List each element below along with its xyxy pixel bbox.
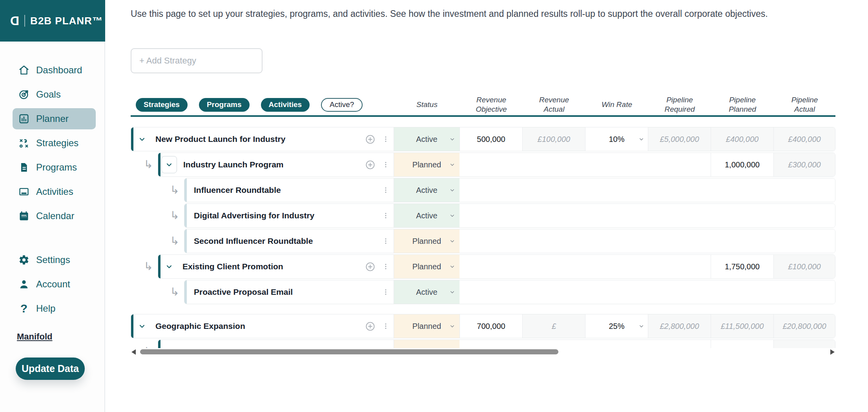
status-select[interactable]: Active bbox=[394, 178, 460, 202]
filter-pill-programs[interactable]: Programs bbox=[199, 98, 250, 112]
add-strategy-input[interactable] bbox=[131, 48, 263, 73]
horizontal-scrollbar[interactable] bbox=[131, 348, 835, 356]
expand-chevron-icon[interactable] bbox=[133, 127, 151, 151]
row-name: Proactive Proposal Email bbox=[187, 280, 382, 304]
row-indent: ↳ bbox=[131, 152, 158, 177]
cell-value: 10% bbox=[609, 135, 624, 144]
add-child-icon[interactable] bbox=[365, 261, 376, 272]
document-icon bbox=[18, 162, 30, 173]
cell-win-rate[interactable]: 25% bbox=[585, 314, 648, 338]
strategy-row: New Product Launch for IndustryActive500… bbox=[131, 127, 835, 151]
cell-value: £20,800,000 bbox=[782, 322, 826, 331]
filter-pill-active-toggle[interactable]: Active? bbox=[321, 98, 363, 112]
kebab-menu-icon[interactable] bbox=[382, 321, 390, 331]
row-actions bbox=[382, 204, 394, 227]
status-select[interactable]: Active bbox=[394, 204, 460, 227]
horizontal-scrollbar-thumb[interactable] bbox=[140, 349, 558, 354]
kebab-menu-icon[interactable] bbox=[382, 134, 390, 144]
cell-value: £2,800,000 bbox=[660, 322, 699, 331]
expand-chevron-icon[interactable] bbox=[133, 314, 151, 338]
expand-chevron-icon[interactable] bbox=[160, 255, 178, 278]
cell-value: £11,500,000 bbox=[721, 322, 764, 331]
status-select[interactable]: Planned bbox=[394, 340, 460, 348]
cell-value: £300,000 bbox=[788, 160, 821, 169]
cell-pipeline-planned[interactable] bbox=[711, 340, 773, 348]
add-child-icon[interactable] bbox=[365, 134, 376, 145]
kebab-menu-icon[interactable] bbox=[382, 211, 390, 220]
sidebar-item-goals[interactable]: Goals bbox=[13, 84, 96, 105]
chevron-down-icon bbox=[449, 136, 455, 142]
cell-pipeline-actual bbox=[773, 340, 835, 348]
row-indent: ↳ bbox=[131, 203, 184, 228]
sidebar-item-strategies[interactable]: Strategies bbox=[13, 132, 96, 154]
update-data-button[interactable]: Update Data bbox=[16, 358, 85, 380]
filter-pill-activities[interactable]: Activities bbox=[261, 98, 310, 112]
cell-pipeline-planned: £400,000 bbox=[711, 127, 773, 151]
row-name bbox=[160, 340, 390, 348]
child-arrow-icon: ↳ bbox=[144, 346, 158, 348]
cell-revenue-objective[interactable]: 700,000 bbox=[460, 314, 522, 338]
cell-revenue-objective[interactable]: 500,000 bbox=[460, 127, 522, 151]
empty-cells bbox=[460, 153, 711, 176]
cell-pipeline-planned[interactable]: 1,000,000 bbox=[711, 153, 773, 176]
sidebar-item-activities[interactable]: Activities bbox=[13, 181, 96, 202]
filter-pill-strategies[interactable]: Strategies bbox=[136, 98, 188, 112]
status-select[interactable]: Planned bbox=[394, 255, 460, 278]
row-indent: ↳ bbox=[131, 178, 184, 202]
column-header-pipeline-actual: Pipeline Actual bbox=[774, 95, 835, 114]
activity-row: ↳Second Influencer RoundtablePlanned bbox=[131, 229, 835, 253]
sidebar-item-dashboard[interactable]: Dashboard bbox=[13, 60, 96, 81]
kebab-menu-icon[interactable] bbox=[382, 262, 390, 271]
cell-value: 500,000 bbox=[477, 135, 505, 144]
status-select[interactable]: Planned bbox=[394, 229, 460, 253]
scroll-right-arrow-icon[interactable] bbox=[830, 349, 835, 355]
sidebar-item-calendar[interactable]: Calendar bbox=[13, 205, 96, 227]
child-arrow-icon: ↳ bbox=[144, 159, 158, 170]
logo-divider bbox=[24, 15, 25, 27]
cell-pipeline-planned[interactable]: 1,750,000 bbox=[711, 255, 773, 278]
brand-logo: D B2B PLANR™ bbox=[0, 0, 105, 42]
sidebar-item-help[interactable]: ?Help bbox=[13, 298, 96, 319]
cell-value: 1,750,000 bbox=[725, 262, 760, 271]
add-child-icon[interactable] bbox=[365, 160, 376, 170]
row-card: Proactive Proposal EmailActive bbox=[184, 280, 835, 304]
kebab-menu-icon[interactable] bbox=[382, 236, 390, 246]
sidebar-item-account[interactable]: Account bbox=[13, 274, 96, 295]
kebab-menu-icon[interactable] bbox=[382, 185, 390, 195]
manifold-link[interactable]: Manifold bbox=[17, 332, 52, 342]
sidebar-nav: DashboardGoalsPlannerStrategiesProgramsA… bbox=[0, 60, 104, 227]
cell-value: £400,000 bbox=[726, 135, 759, 144]
kebab-menu-icon[interactable] bbox=[382, 287, 390, 297]
row-actions bbox=[365, 255, 394, 278]
row-name: Second Influencer Roundtable bbox=[187, 229, 382, 253]
sidebar-item-programs[interactable]: Programs bbox=[13, 157, 96, 178]
row-card: Influencer RoundtableActive bbox=[184, 178, 835, 202]
row-card: Geographic ExpansionPlanned700,000£25%£2… bbox=[131, 314, 835, 338]
expand-chevron-icon[interactable] bbox=[161, 156, 177, 173]
program-row: ↳Existing Client PromotionPlanned1,750,0… bbox=[131, 254, 835, 279]
cell-win-rate[interactable]: 10% bbox=[585, 127, 648, 151]
sidebar-item-settings[interactable]: Settings bbox=[13, 249, 96, 270]
status-select[interactable]: Planned bbox=[394, 153, 460, 176]
sidebar-item-label: Calendar bbox=[36, 211, 74, 221]
cell-revenue-actual: £100,000 bbox=[522, 127, 585, 151]
status-select[interactable]: Planned bbox=[394, 314, 460, 338]
status-select[interactable]: Active bbox=[394, 280, 460, 304]
cell-pipeline-required: £2,800,000 bbox=[648, 314, 711, 338]
question-icon: ? bbox=[18, 303, 30, 314]
sidebar: D B2B PLANR™ DashboardGoalsPlannerStrate… bbox=[0, 0, 105, 412]
planner-table-rows: New Product Launch for IndustryActive500… bbox=[131, 118, 835, 348]
sidebar-item-planner[interactable]: Planner bbox=[13, 108, 96, 129]
sidebar-item-label: Help bbox=[36, 303, 55, 314]
nav-spacer bbox=[0, 230, 104, 249]
activity-row: ↳Proactive Proposal EmailActive bbox=[131, 280, 835, 304]
kebab-menu-icon[interactable] bbox=[382, 160, 390, 169]
add-child-icon[interactable] bbox=[365, 321, 376, 332]
status-select[interactable]: Active bbox=[394, 127, 460, 151]
chevron-down-icon bbox=[449, 187, 455, 193]
scroll-left-arrow-icon[interactable] bbox=[131, 349, 136, 355]
brand-logo-mark-icon: D bbox=[10, 15, 19, 27]
cell-pipeline-actual: £100,000 bbox=[773, 255, 835, 278]
sidebar-item-label: Planner bbox=[36, 113, 69, 124]
row-indent: ↳ bbox=[131, 339, 158, 348]
